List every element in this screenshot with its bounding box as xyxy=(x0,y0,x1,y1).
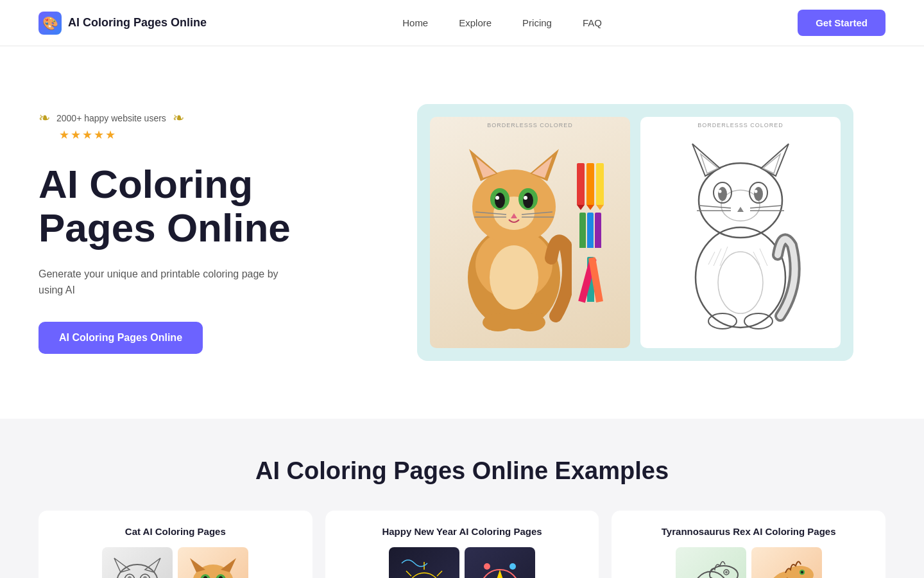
svg-point-33 xyxy=(719,190,722,193)
examples-grid: Cat AI Coloring Pages xyxy=(38,511,886,578)
svg-point-85 xyxy=(725,571,728,574)
svg-line-71 xyxy=(406,571,411,576)
svg-point-66 xyxy=(408,573,440,578)
svg-line-73 xyxy=(437,571,442,576)
example-card-cat: Cat AI Coloring Pages xyxy=(38,511,312,578)
svg-point-2 xyxy=(490,245,538,310)
dino-card-images xyxy=(624,547,873,578)
social-proof: ❧ 2000+ happy website users ❧ ★★★★★ xyxy=(38,111,346,142)
cat-thumb-1-svg xyxy=(105,550,169,578)
logo-icon: 🎨 xyxy=(38,12,62,35)
nav-link-explore[interactable]: Explore xyxy=(459,17,492,28)
svg-point-78 xyxy=(509,563,516,570)
svg-point-23 xyxy=(699,163,782,238)
hero-colored-panel: BORDERLESSS COLORED xyxy=(430,117,630,348)
cat-colored-inner xyxy=(430,117,630,348)
svg-point-14 xyxy=(524,196,527,200)
dino-thumb-1 xyxy=(676,547,746,578)
hero-cta-button[interactable]: AI Coloring Pages Online xyxy=(38,322,203,354)
nav-links: Home Explore Pricing FAQ xyxy=(402,17,602,28)
svg-point-22 xyxy=(696,227,785,328)
laurel-left-icon: ❧ xyxy=(38,111,50,125)
nye-thumb-1-svg: 2025 xyxy=(392,550,456,578)
hero-sketch-panel: BORDERLESSS COLORED xyxy=(640,117,841,348)
hero-right: BORDERLESSS COLORED xyxy=(385,104,886,361)
hero-title: AI Coloring Pages Online xyxy=(38,162,346,250)
dino-card-title: Tyrannosaurus Rex AI Coloring Pages xyxy=(624,526,873,537)
stars-rating: ★★★★★ xyxy=(59,128,117,141)
dino-thumb-1-svg xyxy=(679,550,743,578)
svg-point-32 xyxy=(754,187,763,201)
logo-text: AI Coloring Pages Online xyxy=(68,16,207,30)
dino-thumb-2 xyxy=(751,547,822,578)
svg-point-87 xyxy=(785,566,814,578)
svg-point-21 xyxy=(515,313,545,331)
nav-link-pricing[interactable]: Pricing xyxy=(522,17,552,28)
svg-point-77 xyxy=(484,563,490,570)
examples-section: AI Coloring Pages Online Examples Cat AI… xyxy=(0,419,924,578)
cat-card-title: Cat AI Coloring Pages xyxy=(51,526,300,537)
cat-thumb-2-svg xyxy=(181,550,245,578)
hero-left: ❧ 2000+ happy website users ❧ ★★★★★ AI C… xyxy=(38,111,346,354)
svg-line-38 xyxy=(750,206,782,208)
cat-thumb-1 xyxy=(102,547,173,578)
colored-cat-svg xyxy=(456,130,572,335)
example-card-dino: Tyrannosaurus Rex AI Coloring Pages xyxy=(612,511,886,578)
pencils-group xyxy=(577,163,604,302)
nye-thumb-1: 2025 xyxy=(389,547,459,578)
example-card-nye: Happy New Year AI Coloring Pages xyxy=(325,511,599,578)
hero-subtitle: Generate your unique and printable color… xyxy=(38,266,282,299)
svg-line-45 xyxy=(760,249,767,266)
svg-point-34 xyxy=(755,190,758,193)
nye-thumb-2 xyxy=(465,547,535,578)
svg-point-31 xyxy=(718,187,727,201)
svg-point-40 xyxy=(718,252,763,313)
happy-users-text: 2000+ happy website users xyxy=(56,113,166,123)
hero-section: ❧ 2000+ happy website users ❧ ★★★★★ AI C… xyxy=(0,46,924,419)
svg-point-13 xyxy=(495,196,499,200)
dino-thumb-2-svg xyxy=(755,550,819,578)
hero-image-wrapper: BORDERLESSS COLORED xyxy=(417,104,853,361)
nav-link-home[interactable]: Home xyxy=(402,17,428,28)
svg-point-11 xyxy=(495,193,505,208)
cat-card-images xyxy=(51,547,300,578)
nye-thumb-2-svg xyxy=(468,550,532,578)
laurel-right-icon: ❧ xyxy=(173,111,184,125)
nye-card-title: Happy New Year AI Coloring Pages xyxy=(338,526,586,537)
nye-card-images: 2025 xyxy=(338,547,586,578)
svg-line-41 xyxy=(708,252,715,265)
svg-point-20 xyxy=(483,313,513,331)
svg-point-12 xyxy=(523,193,533,208)
svg-marker-60 xyxy=(221,558,236,572)
get-started-button[interactable]: Get Started xyxy=(798,10,886,36)
svg-marker-59 xyxy=(190,558,205,572)
svg-line-42 xyxy=(714,249,721,266)
nav-logo[interactable]: 🎨 AI Coloring Pages Online xyxy=(38,12,207,35)
svg-line-36 xyxy=(699,206,731,208)
navbar: 🎨 AI Coloring Pages Online Home Explore … xyxy=(0,0,924,46)
cat-thumb-2 xyxy=(178,547,248,578)
svg-point-47 xyxy=(744,313,773,329)
colored-panel-label: BORDERLESSS COLORED xyxy=(487,122,573,128)
svg-point-89 xyxy=(801,571,803,574)
sketch-cat-svg xyxy=(676,123,805,342)
svg-marker-35 xyxy=(737,207,744,212)
svg-point-28 xyxy=(721,190,760,221)
examples-title: AI Coloring Pages Online Examples xyxy=(38,457,886,485)
nav-link-faq[interactable]: FAQ xyxy=(583,17,602,28)
svg-point-46 xyxy=(708,313,737,329)
